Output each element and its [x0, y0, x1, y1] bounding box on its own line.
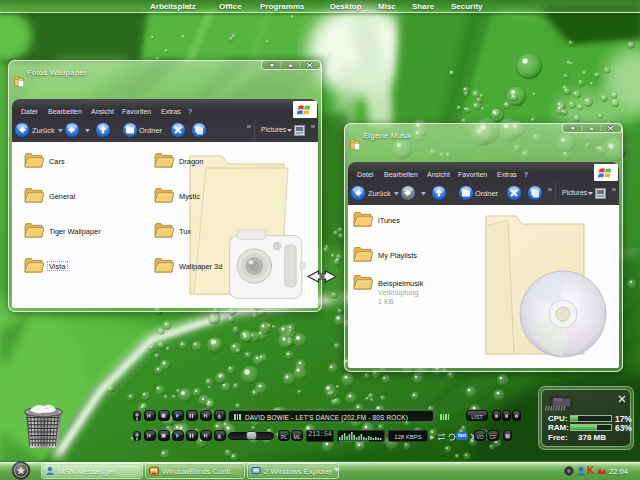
svg-text:PL: PL	[281, 434, 287, 440]
svg-text:CF: CF	[490, 434, 497, 440]
svg-text:LIST: LIST	[471, 414, 483, 420]
svg-text:ML: ML	[293, 434, 300, 440]
svg-text:VO: VO	[476, 434, 483, 440]
